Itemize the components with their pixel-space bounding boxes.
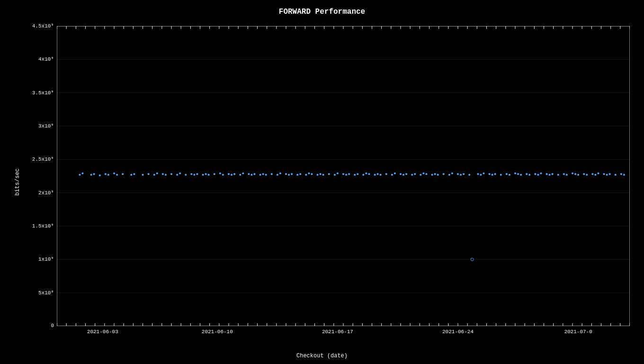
svg-point-187 xyxy=(202,174,204,176)
svg-point-242 xyxy=(425,173,427,175)
svg-point-259 xyxy=(494,173,496,175)
svg-point-222 xyxy=(345,174,347,176)
svg-point-167 xyxy=(105,173,107,175)
svg-point-181 xyxy=(176,174,178,176)
svg-point-275 xyxy=(563,173,565,175)
svg-point-231 xyxy=(380,174,382,176)
svg-point-249 xyxy=(457,173,459,175)
svg-point-268 xyxy=(534,173,536,175)
svg-point-264 xyxy=(517,173,519,175)
svg-point-225 xyxy=(357,173,358,175)
svg-point-209 xyxy=(291,173,293,175)
svg-point-260 xyxy=(500,174,502,176)
y-tick-label: 1.5x10⁹ xyxy=(12,223,57,229)
svg-point-272 xyxy=(549,174,551,176)
svg-point-245 xyxy=(437,174,439,176)
svg-point-182 xyxy=(179,173,181,174)
svg-point-276 xyxy=(566,174,568,176)
svg-point-236 xyxy=(402,174,404,176)
svg-point-196 xyxy=(239,174,241,176)
svg-point-198 xyxy=(248,173,250,175)
svg-point-214 xyxy=(311,173,313,175)
svg-point-223 xyxy=(348,173,350,175)
x-tick-label: 2021-06-10 xyxy=(202,329,233,335)
x-axis-label: Checkout (date) xyxy=(296,353,348,359)
svg-point-250 xyxy=(460,174,462,176)
svg-point-175 xyxy=(148,173,150,175)
svg-point-194 xyxy=(231,174,233,176)
svg-point-243 xyxy=(431,174,433,176)
svg-point-164 xyxy=(90,174,92,176)
svg-point-271 xyxy=(546,173,548,175)
svg-point-173 xyxy=(133,173,135,175)
svg-point-227 xyxy=(365,173,367,174)
svg-point-266 xyxy=(526,173,528,175)
svg-point-210 xyxy=(296,174,298,176)
x-tick-label: 2021-06-03 xyxy=(87,329,118,335)
svg-point-252 xyxy=(468,174,470,176)
svg-point-282 xyxy=(591,173,593,175)
svg-point-178 xyxy=(162,173,164,175)
svg-point-269 xyxy=(537,174,539,176)
svg-point-285 xyxy=(603,173,605,175)
svg-point-239 xyxy=(414,173,416,175)
svg-point-168 xyxy=(107,174,109,176)
x-tick-label: 2021-07-0 xyxy=(564,329,592,335)
svg-point-217 xyxy=(322,174,324,176)
svg-point-170 xyxy=(116,174,118,176)
svg-point-193 xyxy=(228,173,230,175)
svg-point-244 xyxy=(434,173,436,175)
svg-point-289 xyxy=(620,173,622,175)
x-tick-label: 2021-06-17 xyxy=(322,329,353,335)
y-tick-label: 5x10⁸ xyxy=(12,290,57,296)
svg-point-288 xyxy=(615,174,617,176)
svg-point-165 xyxy=(93,173,95,175)
svg-point-207 xyxy=(285,173,287,175)
svg-point-202 xyxy=(262,173,264,175)
svg-point-188 xyxy=(205,173,207,175)
svg-point-235 xyxy=(400,173,402,175)
svg-point-280 xyxy=(583,173,585,175)
svg-point-190 xyxy=(214,173,215,175)
svg-point-233 xyxy=(391,174,393,176)
svg-point-265 xyxy=(520,174,522,176)
svg-point-246 xyxy=(443,173,445,175)
svg-point-179 xyxy=(165,174,167,176)
svg-point-205 xyxy=(277,174,278,176)
svg-point-267 xyxy=(528,174,530,176)
svg-point-200 xyxy=(253,173,255,175)
svg-point-237 xyxy=(405,173,407,175)
chart-title: FORWARD Performance xyxy=(279,8,365,16)
svg-point-216 xyxy=(320,173,322,175)
svg-point-263 xyxy=(514,173,516,174)
y-tick-label: 2x10⁹ xyxy=(12,190,57,196)
svg-point-220 xyxy=(337,173,339,174)
svg-point-287 xyxy=(609,173,611,175)
svg-point-213 xyxy=(308,173,310,174)
svg-point-197 xyxy=(242,173,244,174)
svg-point-283 xyxy=(594,174,596,176)
svg-point-212 xyxy=(305,174,307,176)
svg-point-162 xyxy=(79,174,80,176)
svg-point-262 xyxy=(509,174,510,176)
svg-point-171 xyxy=(122,173,124,175)
svg-point-234 xyxy=(394,173,396,174)
svg-point-186 xyxy=(196,173,198,175)
svg-point-251 xyxy=(463,173,465,175)
svg-point-290 xyxy=(623,174,625,176)
svg-point-184 xyxy=(190,173,192,175)
svg-point-277 xyxy=(572,173,573,174)
svg-point-230 xyxy=(377,173,379,175)
svg-point-183 xyxy=(185,174,187,176)
svg-point-191 xyxy=(219,173,221,174)
svg-point-208 xyxy=(288,174,290,176)
y-tick-label: 2.5x10⁹ xyxy=(12,156,57,162)
svg-point-163 xyxy=(81,173,83,174)
svg-point-228 xyxy=(368,173,370,175)
plot-area: 05x10⁸1x10⁹1.5x10⁹2x10⁹2.5x10⁹3x10⁹3.5x1… xyxy=(57,26,630,326)
svg-point-278 xyxy=(574,173,576,175)
svg-point-273 xyxy=(552,173,554,175)
chart-container: FORWARD Performance bits/sec Checkout (d… xyxy=(0,0,644,364)
svg-point-172 xyxy=(130,174,132,176)
svg-point-254 xyxy=(477,173,479,175)
